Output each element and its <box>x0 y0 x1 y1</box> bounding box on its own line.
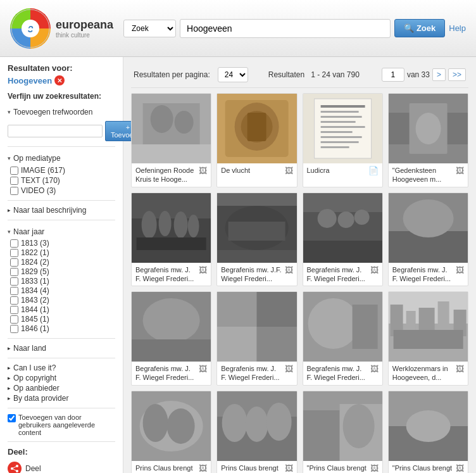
provider-section[interactable]: ▸ Op aanbieder <box>8 384 115 393</box>
lang-header[interactable]: ▸ Naar taal beschrijving <box>8 206 115 215</box>
image-type-icon: 🖼 <box>370 265 379 275</box>
clear-query-button[interactable]: ✕ <box>54 75 65 85</box>
card-image <box>389 292 468 362</box>
year-1833-checkbox[interactable] <box>10 277 18 286</box>
chevron-down-icon: ▾ <box>8 155 11 161</box>
media-type-header[interactable]: ▾ Op mediatype <box>8 152 115 165</box>
result-card[interactable]: Begrafenis mw. J. F. Wiegel Frederi... 🖼 <box>131 291 211 386</box>
list-item: VIDEO (3) <box>10 186 115 195</box>
svg-point-87 <box>342 404 374 448</box>
last-page-button[interactable]: >> <box>448 68 466 81</box>
search-button[interactable]: 🔍 Zoek <box>394 19 445 37</box>
year-1846-checkbox[interactable] <box>10 325 18 333</box>
header: e europeana think culture Zoek Persoon D… <box>0 0 476 57</box>
add-keywords-section: ▾ Toevoegen trefwoorden + Toevoegen <box>8 106 115 141</box>
card-title: Begrafenis mw. J. F. Wiegel Frederi... <box>392 265 453 284</box>
result-card[interactable]: Begrafenis mw. J. F. Wiegel Frederi... 🖼 <box>216 291 297 386</box>
result-card[interactable]: "Gedenksteen Hoogeveen m... 🖼 <box>388 93 468 187</box>
add-keywords-header[interactable]: ▾ Toevoegen trefwoorden <box>8 106 115 118</box>
list-item: 1844 (1) <box>10 305 115 314</box>
video-checkbox[interactable] <box>10 187 18 195</box>
share-icon <box>8 462 22 473</box>
year-1845-label: 1845 (1) <box>21 315 49 324</box>
card-title: Prins Claus brengt <box>135 464 196 472</box>
year-1843-checkbox[interactable] <box>10 296 18 305</box>
image-checkbox[interactable] <box>10 167 18 175</box>
result-card[interactable]: Prins Claus brengt 🖼 <box>216 391 297 473</box>
result-card[interactable]: Begrafenis mw. J.F. Wiegel Frederi... 🖼 <box>216 192 297 287</box>
result-card[interactable]: Prins Claus brengt 🖼 <box>131 391 211 473</box>
list-item: 1846 (1) <box>10 324 115 333</box>
can-use-section[interactable]: ▸ Can I use it? <box>8 363 115 372</box>
svg-rect-17 <box>247 113 266 141</box>
result-card[interactable]: Begrafenis mw. J. F. Wiegel Frederi... 🖼 <box>131 192 211 287</box>
chevron-right-icon: ▸ <box>8 395 11 401</box>
image-type-icon: 🖼 <box>456 464 464 473</box>
svg-point-83 <box>266 403 292 441</box>
per-page-select[interactable]: 24 48 96 <box>218 67 248 82</box>
data-provider-label: By data provider <box>13 394 68 403</box>
card-footer: Begrafenis mw. J. F. Wiegel Frederi... 🖼 <box>303 263 382 286</box>
svg-point-82 <box>246 407 268 442</box>
copyright-label: Op copyright <box>13 374 56 382</box>
year-1845-checkbox[interactable] <box>10 315 18 324</box>
result-card[interactable]: De vlucht 🖼 <box>216 93 297 187</box>
results-label: Resultaten <box>268 70 304 79</box>
svg-point-81 <box>222 404 247 442</box>
data-provider-section[interactable]: ▸ By data provider <box>8 394 115 403</box>
card-title: De vlucht <box>221 166 282 175</box>
card-image <box>389 193 468 263</box>
svg-rect-59 <box>217 292 257 327</box>
country-section[interactable]: ▸ Naar land <box>8 344 115 353</box>
logo-tagline: think culture <box>56 32 113 39</box>
card-footer: Begrafenis mw. J. F. Wiegel Frederi... 🖼 <box>303 362 382 385</box>
year-1822-checkbox[interactable] <box>10 249 18 257</box>
user-content-checkbox[interactable] <box>8 414 16 422</box>
card-image <box>217 391 296 461</box>
year-1822-label: 1822 (1) <box>21 248 49 257</box>
result-card[interactable]: Begrafenis mw. J. F. Wiegel Frederi... 🖼 <box>388 192 468 287</box>
svg-rect-20 <box>320 105 365 108</box>
year-header[interactable]: ▾ Naar jaar <box>8 225 115 238</box>
card-footer: Ludicra 📄 <box>303 163 382 184</box>
keywords-input[interactable] <box>8 125 103 137</box>
svg-line-6 <box>12 466 17 469</box>
result-card[interactable]: Begrafenis mw. J. F. Wiegel Frederi... 🖼 <box>303 192 383 287</box>
year-1829-checkbox[interactable] <box>10 268 18 276</box>
search-type-select[interactable]: Zoek Persoon Datum <box>123 20 176 37</box>
share-button[interactable]: Deel <box>8 460 41 473</box>
copyright-section[interactable]: ▸ Op copyright <box>8 374 115 382</box>
next-page-button[interactable]: > <box>432 68 446 81</box>
svg-point-36 <box>159 211 172 236</box>
result-card[interactable]: "Prins Claus brengt 🖼 <box>388 391 468 473</box>
result-card[interactable]: Begrafenis mw. J. F. Wiegel Frederi... 🖼 <box>303 291 383 386</box>
year-1813-checkbox[interactable] <box>10 239 18 248</box>
help-link[interactable]: Help <box>449 23 466 33</box>
share-label: Deel <box>25 464 41 473</box>
year-1834-label: 1834 (4) <box>21 286 49 295</box>
result-card[interactable]: Ludicra 📄 <box>303 93 383 187</box>
svg-rect-25 <box>320 131 352 133</box>
year-1824-checkbox[interactable] <box>10 258 18 267</box>
image-type-icon: 🖼 <box>285 166 293 175</box>
text-checkbox[interactable] <box>10 177 18 185</box>
chevron-down-icon: ▾ <box>8 109 11 115</box>
year-1824-label: 1824 (2) <box>21 258 49 267</box>
svg-point-11 <box>175 111 194 134</box>
result-card[interactable]: Oefeningen Roode Kruis te Hooge... 🖼 <box>131 93 211 187</box>
svg-point-77 <box>143 404 168 442</box>
year-1834-checkbox[interactable] <box>10 287 18 295</box>
card-footer: De vlucht 🖼 <box>217 163 296 184</box>
card-footer: "Prins Claus brengt 🖼 <box>303 461 382 473</box>
year-1844-checkbox[interactable] <box>10 306 18 314</box>
svg-rect-26 <box>320 136 361 138</box>
result-card[interactable]: Werklozenmars in Hoogeveen, d... 🖼 <box>388 291 468 386</box>
search-input[interactable] <box>180 19 391 38</box>
page-input[interactable] <box>382 68 404 82</box>
svg-rect-24 <box>320 126 365 128</box>
image-type-icon: 🖼 <box>199 464 207 473</box>
result-card[interactable]: "Prins Claus brengt 🖼 <box>303 391 383 473</box>
year-1833-label: 1833 (1) <box>21 277 49 286</box>
svg-point-32 <box>415 113 441 144</box>
svg-rect-57 <box>132 339 211 362</box>
